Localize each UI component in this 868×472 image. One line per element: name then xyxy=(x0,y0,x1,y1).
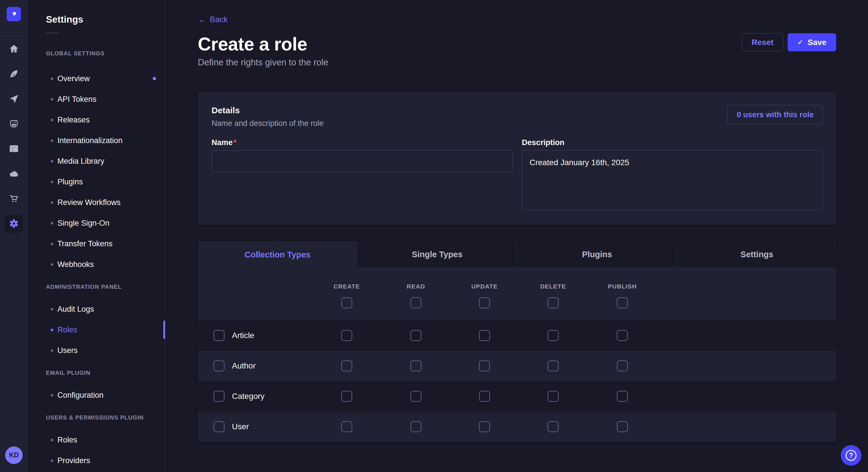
select-all-read-checkbox[interactable] xyxy=(410,297,422,308)
notification-dot-icon xyxy=(153,77,156,80)
perm-article-publish-checkbox[interactable] xyxy=(617,330,628,341)
bullet-icon xyxy=(51,139,53,142)
bullet-icon xyxy=(51,439,53,441)
select-all-delete-checkbox[interactable] xyxy=(548,297,559,308)
bullet-icon xyxy=(51,119,53,121)
nav-item-label: Webhooks xyxy=(57,260,94,269)
settings-nav-item-transfer-tokens[interactable]: Transfer Tokens xyxy=(28,233,165,254)
column-header-publish: PUBLISH xyxy=(608,283,637,290)
paper-plane-icon[interactable] xyxy=(1,86,26,111)
perm-article-update-checkbox[interactable] xyxy=(479,330,490,341)
bullet-icon xyxy=(51,349,53,352)
settings-nav-item-audit-logs[interactable]: Audit Logs xyxy=(28,299,165,319)
select-all-update-checkbox[interactable] xyxy=(479,297,490,308)
settings-nav-item-api-tokens[interactable]: API Tokens xyxy=(28,89,165,109)
perm-category-update-checkbox[interactable] xyxy=(479,391,490,402)
active-indicator xyxy=(163,321,165,339)
perm-user-update-checkbox[interactable] xyxy=(479,421,490,432)
row-label: Category xyxy=(232,392,265,401)
perm-category-read-checkbox[interactable] xyxy=(410,391,422,402)
perm-user-read-checkbox[interactable] xyxy=(410,421,422,432)
tab-plugins[interactable]: Plugins xyxy=(517,241,677,268)
permissions-card: Collection TypesSingle TypesPluginsSetti… xyxy=(198,241,837,442)
settings-nav-item-users[interactable]: Users xyxy=(28,340,165,361)
perm-article-read-checkbox[interactable] xyxy=(410,330,422,341)
home-icon[interactable] xyxy=(1,36,26,61)
permissions-table-header: CREATEREADUPDATEDELETEPUBLISH xyxy=(198,268,837,320)
layout-icon[interactable] xyxy=(1,136,26,161)
select-row-article-checkbox[interactable] xyxy=(214,330,224,341)
select-row-author-checkbox[interactable] xyxy=(214,361,224,371)
settings-nav-item-single-sign-on[interactable]: Single Sign-On xyxy=(28,213,165,233)
reset-button[interactable]: Reset xyxy=(742,33,783,51)
perm-author-read-checkbox[interactable] xyxy=(410,361,422,371)
tab-single-types[interactable]: Single Types xyxy=(358,241,517,268)
settings-nav-item-configuration[interactable]: Configuration xyxy=(28,385,165,405)
select-row-user-checkbox[interactable] xyxy=(214,421,224,432)
strapi-logo-icon xyxy=(9,9,19,19)
settings-nav-item-review-workflows[interactable]: Review Workflows xyxy=(28,192,165,213)
permissions-tabs: Collection TypesSingle TypesPluginsSetti… xyxy=(198,241,837,268)
page-subtitle: Define the rights given to the role xyxy=(198,57,868,69)
perm-user-publish-checkbox[interactable] xyxy=(617,421,628,432)
perm-user-delete-checkbox[interactable] xyxy=(548,421,559,432)
perm-user-create-checkbox[interactable] xyxy=(341,421,352,432)
nav-item-label: Roles xyxy=(57,326,77,334)
row-label: Author xyxy=(232,361,256,370)
media-library-icon[interactable] xyxy=(1,111,26,136)
active-icon-background xyxy=(5,214,23,233)
details-title: Details xyxy=(212,105,323,116)
nav-section: EMAIL PLUGINConfiguration xyxy=(28,369,165,405)
back-link[interactable]: ← Back xyxy=(198,15,228,24)
perm-author-delete-checkbox[interactable] xyxy=(548,361,559,371)
description-textarea[interactable]: Created January 16th, 2025 xyxy=(522,150,823,210)
settings-nav-item-roles[interactable]: Roles xyxy=(28,319,165,340)
perm-category-delete-checkbox[interactable] xyxy=(548,391,559,402)
perm-author-create-checkbox[interactable] xyxy=(341,361,352,371)
help-button[interactable]: ? xyxy=(841,445,861,466)
perm-category-publish-checkbox[interactable] xyxy=(617,391,628,402)
cart-icon[interactable] xyxy=(1,186,26,211)
name-input[interactable] xyxy=(212,150,513,172)
select-row-category-checkbox[interactable] xyxy=(214,391,224,402)
nav-item-label: Internationalization xyxy=(57,136,123,145)
save-button[interactable]: ✓ Save xyxy=(787,33,836,51)
tab-collection-types[interactable]: Collection Types xyxy=(198,241,358,268)
check-icon: ✓ xyxy=(797,38,804,47)
title-divider xyxy=(46,33,59,33)
permission-row-category: Category xyxy=(198,381,837,411)
settings-gear-icon[interactable] xyxy=(1,211,26,236)
perm-author-update-checkbox[interactable] xyxy=(479,361,490,371)
rail-icon-list xyxy=(0,32,28,236)
select-all-publish-checkbox[interactable] xyxy=(617,297,628,308)
cloud-icon[interactable] xyxy=(1,161,26,186)
bullet-icon xyxy=(51,77,53,80)
settings-nav-item-plugins[interactable]: Plugins xyxy=(28,171,165,192)
perm-article-create-checkbox[interactable] xyxy=(341,330,352,341)
perm-article-delete-checkbox[interactable] xyxy=(548,330,559,341)
settings-nav-item-overview[interactable]: Overview xyxy=(28,68,165,89)
details-subtitle: Name and description of the role xyxy=(212,118,323,129)
details-card: Details Name and description of the role… xyxy=(198,92,837,225)
nav-section-heading: ADMINISTRATION PANEL xyxy=(46,283,165,290)
users-with-role-button[interactable]: 0 users with this role xyxy=(727,105,823,125)
bullet-icon xyxy=(51,308,53,310)
settings-nav-item-webhooks[interactable]: Webhooks xyxy=(28,254,165,275)
settings-nav-item-providers[interactable]: Providers xyxy=(28,450,165,471)
nav-section: GLOBAL SETTINGSOverviewAPI TokensRelease… xyxy=(28,50,165,275)
nav-item-label: Providers xyxy=(57,456,90,465)
description-field-group: Description Created January 16th, 2025 xyxy=(522,138,823,211)
select-all-create-checkbox[interactable] xyxy=(341,297,352,308)
tab-settings[interactable]: Settings xyxy=(677,241,837,268)
feather-icon[interactable] xyxy=(1,61,26,86)
nav-section-heading: EMAIL PLUGIN xyxy=(46,369,165,376)
perm-category-create-checkbox[interactable] xyxy=(341,391,352,402)
description-label: Description xyxy=(522,138,823,147)
settings-nav-item-roles[interactable]: Roles xyxy=(28,430,165,450)
settings-nav-item-releases[interactable]: Releases xyxy=(28,109,165,130)
user-avatar[interactable]: KD xyxy=(5,446,23,464)
settings-nav-item-internationalization[interactable]: Internationalization xyxy=(28,130,165,151)
settings-nav-item-media-library[interactable]: Media Library xyxy=(28,151,165,171)
perm-author-publish-checkbox[interactable] xyxy=(617,361,628,371)
strapi-logo[interactable] xyxy=(7,7,21,21)
